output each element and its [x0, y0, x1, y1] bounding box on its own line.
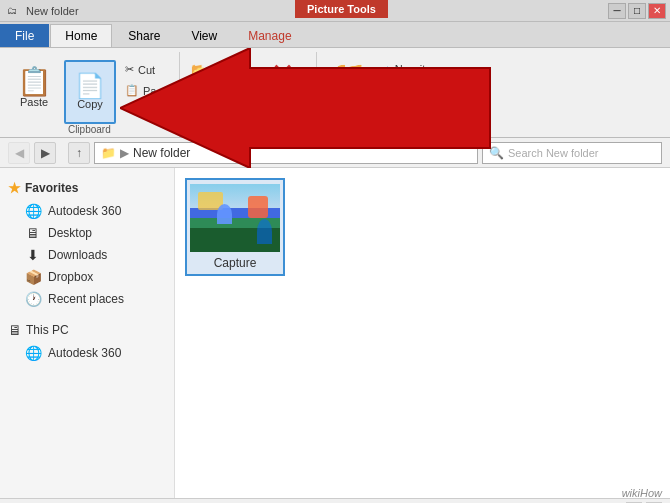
this-pc-label: This PC [26, 323, 69, 337]
dropbox-icon: 📦 [24, 269, 42, 285]
file-item-capture[interactable]: Capture [185, 178, 285, 276]
sidebar-item-autodesk360-pc[interactable]: 🌐 Autodesk 360 [0, 342, 174, 364]
copy-to-icon: 📁 [191, 84, 205, 97]
rename-button[interactable]: Rename [257, 104, 309, 122]
new-item-icon: + [384, 63, 390, 75]
new-small-buttons: + New item ★ Easy acces... [379, 56, 468, 99]
sidebar-item-dropbox[interactable]: 📦 Dropbox [0, 266, 174, 288]
copy-icon: 📄 [75, 74, 105, 98]
sidebar-item-recent-places[interactable]: 🕐 Recent places [0, 288, 174, 310]
sidebar: ★ Favorites 🌐 Autodesk 360 🖥 Desktop ⬇ D… [0, 168, 175, 498]
autodesk-icon: 🌐 [24, 203, 42, 219]
address-bar[interactable]: 📁 ▶ New folder [94, 142, 478, 164]
window-icon: 🗂 [4, 3, 20, 19]
organize-items: 📂 Move to 📁 Copy to ✕ Delete ✕ ✕ Rename [186, 52, 309, 124]
desktop-icon: 🖥 [24, 225, 42, 241]
paste-shortcut-button[interactable]: 📋 Pa... [120, 81, 171, 100]
tab-home[interactable]: Home [50, 24, 112, 47]
this-pc-icon: 🖥 [8, 322, 22, 338]
search-placeholder: Search New folder [508, 147, 599, 159]
window-title: New folder [26, 5, 79, 17]
paste-icon: 📋 [17, 68, 52, 96]
tab-file[interactable]: File [0, 24, 49, 47]
dark-ground-layer [190, 228, 280, 252]
paste-shortcut-label: Pa... [143, 85, 166, 97]
close-button[interactable]: ✕ [648, 3, 666, 19]
move-to-button[interactable]: 📂 Move to [186, 60, 253, 79]
new-item-button[interactable]: + New item [379, 60, 468, 78]
copy-label: Copy [77, 98, 103, 110]
paste-label: Paste [20, 96, 48, 108]
paste-small-icon: 📋 [125, 84, 139, 97]
rename-icon2: ✕ [271, 80, 294, 102]
search-bar[interactable]: 🔍 Search New folder [482, 142, 662, 164]
search-icon: 🔍 [489, 146, 504, 160]
maximize-button[interactable]: □ [628, 3, 646, 19]
favorites-star-icon: ★ [8, 180, 21, 196]
main-content: ★ Favorites 🌐 Autodesk 360 🖥 Desktop ⬇ D… [0, 168, 670, 498]
sidebar-item-downloads[interactable]: ⬇ Downloads [0, 244, 174, 266]
sidebar-item-autodesk360[interactable]: 🌐 Autodesk 360 [0, 200, 174, 222]
tab-manage[interactable]: Manage [233, 24, 306, 47]
new-folder-button[interactable]: 📁 Newfolder [323, 56, 375, 120]
ribbon-group-new: 📁 Newfolder + New item ★ Easy acces... N… [319, 52, 476, 137]
character-2 [248, 196, 268, 218]
rename-label: Rename [262, 107, 304, 119]
file-label: Capture [214, 256, 257, 270]
ribbon: 📋 Paste 📄 Copy ✂ Cut 📋 Pa... [0, 48, 670, 138]
autodesk-pc-label: Autodesk 360 [48, 346, 121, 360]
copy-button[interactable]: 📄 Copy [64, 60, 116, 124]
delete-button[interactable]: ✕ Delete [186, 102, 253, 121]
new-item-label: New item [395, 63, 441, 75]
navigation-bar: ◀ ▶ ↑ 📁 ▶ New folder 🔍 Search New folder [0, 138, 670, 168]
cut-button[interactable]: ✂ Cut [120, 60, 171, 79]
delete-icon: ✕ [191, 105, 200, 118]
copy-to-label: Copy to [209, 85, 247, 97]
game-screenshot [190, 184, 280, 252]
ribbon-tabs: File Home Share View Manage [0, 22, 670, 48]
status-bar: 1 item ≡ ⊞ [0, 498, 670, 503]
title-bar: 🗂 New folder Picture Tools ─ □ ✕ [0, 0, 670, 22]
clipboard-small-buttons: 📄 Copy [64, 56, 116, 124]
organize-buttons: 📂 Move to 📁 Copy to ✕ Delete [186, 56, 253, 121]
delete-label: Delete [204, 106, 236, 118]
up-button[interactable]: ↑ [68, 142, 90, 164]
wikihow-watermark: wikiHow [622, 487, 662, 499]
tab-view[interactable]: View [176, 24, 232, 47]
new-folder-label: Newfolder [336, 90, 364, 114]
move-icon: 📂 [191, 63, 205, 76]
clipboard-group-label: Clipboard [8, 124, 171, 137]
new-items: 📁 Newfolder + New item ★ Easy acces... [323, 52, 468, 120]
paste-button[interactable]: 📋 Paste [8, 56, 60, 120]
sidebar-divider [0, 310, 174, 318]
recent-places-label: Recent places [48, 292, 124, 306]
easy-access-label: Easy acces... [398, 84, 463, 96]
cut-icon: ✂ [125, 63, 134, 76]
forward-button[interactable]: ▶ [34, 142, 56, 164]
ribbon-group-organize: 📂 Move to 📁 Copy to ✕ Delete ✕ ✕ Rename [182, 52, 318, 137]
ribbon-group-clipboard: 📋 Paste 📄 Copy ✂ Cut 📋 Pa... [4, 52, 180, 137]
downloads-icon: ⬇ [24, 247, 42, 263]
path-item: New folder [133, 146, 190, 160]
downloads-label: Downloads [48, 248, 107, 262]
back-button[interactable]: ◀ [8, 142, 30, 164]
sidebar-item-desktop[interactable]: 🖥 Desktop [0, 222, 174, 244]
easy-access-button[interactable]: ★ Easy acces... [379, 80, 468, 99]
favorites-header[interactable]: ★ Favorites [0, 176, 174, 200]
new-folder-icon: 📁 [332, 62, 367, 90]
autodesk-pc-icon: 🌐 [24, 345, 42, 361]
copy-to-button[interactable]: 📁 Copy to [186, 81, 253, 100]
picture-tools-badge: Picture Tools [295, 0, 388, 18]
small-ribbon-col: ✂ Cut 📋 Pa... [120, 56, 171, 100]
folder-icon-nav: 📁 [101, 146, 116, 160]
organize-group-label: Organize [186, 124, 309, 137]
cut-label: Cut [138, 64, 155, 76]
path-separator: ▶ [120, 146, 129, 160]
minimize-button[interactable]: ─ [608, 3, 626, 19]
this-pc-header[interactable]: 🖥 This PC [0, 318, 174, 342]
new-group-label: New [323, 124, 468, 137]
title-bar-icons: 🗂 New folder [4, 3, 79, 19]
tab-share[interactable]: Share [113, 24, 175, 47]
easy-access-icon: ★ [384, 83, 394, 96]
favorites-label: Favorites [25, 181, 78, 195]
